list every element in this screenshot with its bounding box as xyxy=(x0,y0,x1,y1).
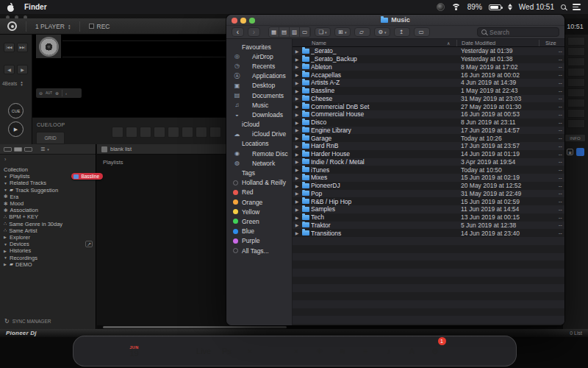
chevron-down-icon[interactable]: ▾ xyxy=(47,147,49,152)
zoom-button[interactable] xyxy=(249,18,255,24)
track-previous-button[interactable]: |◀◀ xyxy=(4,43,15,52)
close-button[interactable] xyxy=(232,18,237,24)
minimize-button[interactable] xyxy=(240,18,246,24)
dock-item[interactable]: A xyxy=(401,336,423,366)
dock-item[interactable] xyxy=(77,336,98,366)
info-button[interactable]: INFO xyxy=(564,134,586,142)
sidebar-item[interactable]: Blue xyxy=(226,227,292,236)
hot-cue-button[interactable] xyxy=(140,127,151,138)
file-row[interactable]: ▶ R&B / Hip Hop 15 Jun 2019 at 02:59 -- xyxy=(293,197,564,205)
file-row[interactable]: ▶ Garage Today at 10:26 -- xyxy=(293,134,564,142)
disclosure-triangle-icon[interactable]: ▶ xyxy=(293,112,301,117)
tree-item[interactable]: Collection xyxy=(0,166,96,173)
app-icon[interactable]: Ps xyxy=(217,342,237,361)
sidebar-item[interactable]: iCloud xyxy=(226,120,292,130)
sidebar-item[interactable]: Yellow xyxy=(226,207,292,216)
sidebar-item[interactable]: Ⓐ Applications xyxy=(226,71,292,81)
disclosure-triangle-icon[interactable]: ▶ xyxy=(293,57,301,62)
app-icon[interactable]: ✳ xyxy=(309,342,329,361)
hot-cue-button[interactable] xyxy=(209,127,221,138)
tree-item[interactable]: ▼ Recordings xyxy=(0,254,96,261)
disclosure-icon[interactable]: ▼ xyxy=(4,188,10,192)
delete-cue-button[interactable] xyxy=(567,119,585,128)
apple-menu-icon[interactable] xyxy=(7,3,15,12)
app-icon[interactable]: JUN 19 xyxy=(124,342,144,361)
app-icon[interactable]: ≡ xyxy=(356,342,376,361)
app-icon[interactable] xyxy=(263,342,283,361)
file-row[interactable]: ▶ _Serato_ Yesterday at 01:39 -- xyxy=(293,47,564,55)
file-row[interactable]: ▶ Engine Library 17 Jun 2019 at 14:57 -- xyxy=(293,127,564,135)
sidebar-item[interactable]: ☁ iCloud Drive xyxy=(226,130,292,139)
hot-cue-button[interactable] xyxy=(126,127,137,138)
tree-item[interactable]: ▶ ▰ DEMO xyxy=(0,261,96,268)
disclosure-triangle-icon[interactable]: ▶ xyxy=(293,104,301,109)
sidebar-item[interactable]: ◷ Recents xyxy=(226,61,292,71)
dock-item[interactable]: ✳ xyxy=(309,336,330,366)
app-icon[interactable] xyxy=(448,342,468,361)
tree-item[interactable]: ▼ Playlists Bassline xyxy=(0,173,96,180)
dock-item[interactable]: ≋ xyxy=(332,336,354,366)
disclosure-triangle-icon[interactable]: ▶ xyxy=(293,96,301,101)
disclosure-icon[interactable]: ▼ xyxy=(4,242,10,247)
app-icon[interactable] xyxy=(78,342,98,361)
app-icon[interactable]: ≋ xyxy=(333,342,353,361)
dock-item[interactable] xyxy=(170,336,191,366)
view-size-icon[interactable] xyxy=(4,147,12,152)
dock-item[interactable]: × xyxy=(286,336,307,366)
rec-checkbox[interactable] xyxy=(89,24,94,29)
delete-cue-button[interactable] xyxy=(567,109,585,118)
app-icon[interactable]: Live xyxy=(194,342,214,361)
device-sync-icon[interactable]: ↗ xyxy=(85,241,93,247)
sidebar-item[interactable]: ▤ Documents xyxy=(226,91,292,100)
dock-item[interactable]: × xyxy=(240,336,261,366)
zoom-in-icon[interactable]: ⊕ xyxy=(55,91,59,96)
toolbar-button[interactable]: ⊞ ▾ xyxy=(334,27,351,37)
sidebar-item[interactable]: ◉ Remote Disc xyxy=(226,149,292,158)
dock-item[interactable] xyxy=(494,336,515,366)
sync-manager-button[interactable]: ↻ SYNC MANAGER xyxy=(4,318,51,325)
toolbar-button[interactable]: ⚙ ▾ xyxy=(374,27,390,37)
disclosure-triangle-icon[interactable]: ▶ xyxy=(293,135,301,141)
tree-item[interactable]: ▼ Devices ↗ xyxy=(0,241,96,247)
notification-center-icon[interactable] xyxy=(573,4,581,10)
sidebar-item[interactable]: Locations xyxy=(226,139,292,149)
file-row[interactable]: ▶ Artists A-Z 4 Jun 2019 at 14:39 -- xyxy=(293,79,564,87)
list-view-icon[interactable]: ☰ xyxy=(40,146,45,152)
file-row[interactable]: ▶ Commercial DnB Set 27 May 2019 at 01:3… xyxy=(293,102,564,110)
collapse-icon[interactable]: ‹ xyxy=(65,91,67,96)
view-size-icon[interactable] xyxy=(24,147,32,152)
disclosure-triangle-icon[interactable]: ▶ xyxy=(293,49,301,54)
disclosure-triangle-icon[interactable]: ▶ xyxy=(293,127,301,132)
file-row[interactable]: ▶ iTunes Today at 10:50 -- xyxy=(293,166,564,174)
disclosure-icon[interactable]: ▶ xyxy=(4,235,10,239)
delete-cue-button[interactable] xyxy=(567,88,585,97)
view-size-icon-active[interactable] xyxy=(14,147,22,152)
search-back-button[interactable]: ◀ xyxy=(4,65,15,74)
column-header-date[interactable]: Date Modified xyxy=(456,40,539,46)
delete-cue-button[interactable] xyxy=(567,37,585,46)
menu-clock[interactable]: Wed 10:51 xyxy=(519,3,554,11)
view-mode-button[interactable]: ▤ xyxy=(279,27,290,37)
sidebar-item[interactable]: ◒ Downloads xyxy=(226,110,292,119)
delete-cue-button[interactable] xyxy=(567,47,585,56)
spotlight-search-icon[interactable] xyxy=(561,4,566,10)
dock-item[interactable] xyxy=(448,336,469,366)
tree-item[interactable]: ▼ Related Tracks xyxy=(0,180,96,186)
file-row[interactable]: ▶ Traktor 5 Jun 2019 at 12:38 -- xyxy=(293,222,564,230)
disclosure-icon[interactable]: ▶ xyxy=(4,249,10,253)
disclosure-triangle-icon[interactable]: ▶ xyxy=(293,199,301,204)
dock-item[interactable]: Ps xyxy=(216,336,237,366)
search-field[interactable]: Search xyxy=(477,27,559,37)
sidebar-item[interactable]: ◍ Network xyxy=(226,158,292,168)
delete-cue-button[interactable] xyxy=(567,99,585,107)
sidebar-item[interactable]: Holland & Reilly xyxy=(226,178,292,188)
hot-cue-button[interactable] xyxy=(112,127,123,138)
menu-app-name[interactable]: Finder xyxy=(24,3,47,11)
wifi-icon[interactable] xyxy=(451,4,461,11)
dock-item[interactable] xyxy=(262,336,284,366)
file-row[interactable]: ▶ Tech 13 Jun 2019 at 00:15 -- xyxy=(293,213,564,222)
disclosure-icon[interactable]: ▼ xyxy=(4,174,10,179)
column-header-name[interactable]: Name xyxy=(293,40,456,46)
app-icon[interactable] xyxy=(171,342,190,361)
view-mode-button[interactable]: ▦ xyxy=(269,27,279,37)
